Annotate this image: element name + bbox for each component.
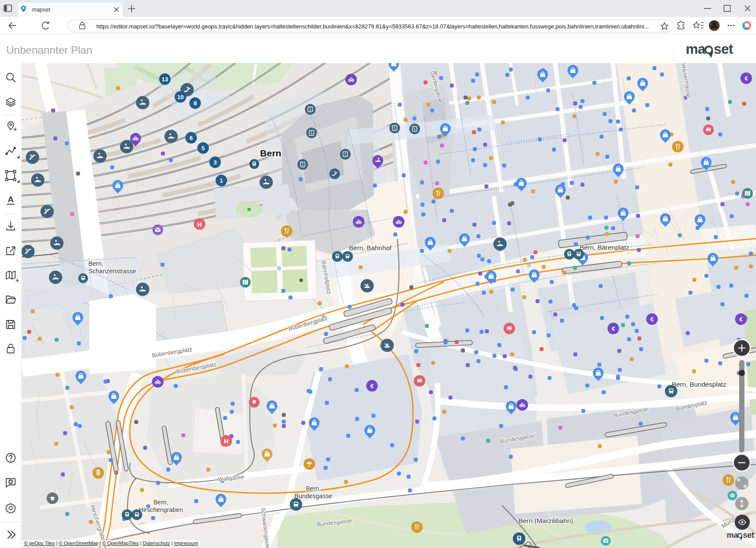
svg-text:5: 5: [201, 145, 204, 152]
svg-text:mapset: mapset: [32, 7, 51, 13]
svg-text:Bundesgasse: Bundesgasse: [295, 492, 332, 500]
svg-text:Hirschengraben: Hirschengraben: [139, 506, 183, 513]
svg-text:10: 10: [177, 94, 184, 100]
svg-text:Bern: Bern: [260, 148, 281, 158]
svg-text:A: A: [8, 195, 14, 204]
svg-text:€: €: [650, 316, 653, 323]
svg-text:Bern,: Bern,: [153, 499, 168, 506]
svg-text:H: H: [224, 438, 228, 445]
svg-text:1: 1: [220, 177, 223, 184]
svg-text:€: €: [612, 325, 615, 332]
svg-text:€: €: [739, 316, 742, 323]
svg-text:6: 6: [189, 135, 192, 141]
svg-text:€: €: [370, 383, 373, 389]
svg-text:Bern,: Bern,: [306, 485, 320, 492]
svg-text:Bern, Bundesplatz: Bern, Bundesplatz: [672, 380, 727, 388]
svg-text:set: set: [714, 41, 733, 57]
svg-text:Bern (Marzilibahn): Bern (Marzilibahn): [519, 517, 573, 524]
svg-text:ma: ma: [686, 41, 706, 57]
svg-text:Bern,: Bern,: [88, 260, 103, 267]
svg-text:€: €: [744, 75, 748, 82]
svg-text:set: set: [743, 531, 754, 540]
svg-text:H: H: [197, 221, 202, 228]
svg-text:13: 13: [162, 76, 168, 83]
svg-text:9: 9: [193, 100, 196, 107]
svg-text:Bern, Bahnhof: Bern, Bahnhof: [349, 244, 392, 252]
svg-text:Bern, Bärenplatz: Bern, Bärenplatz: [580, 244, 629, 251]
svg-text:Schanzenstrasse: Schanzenstrasse: [88, 268, 136, 275]
svg-text:ma: ma: [727, 531, 739, 540]
svg-text:3: 3: [213, 159, 216, 166]
